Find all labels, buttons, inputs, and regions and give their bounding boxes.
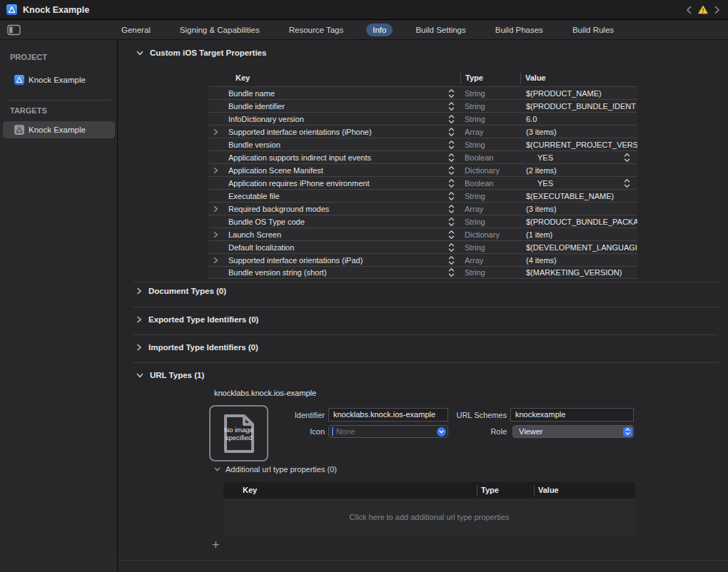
tab-resource-tags[interactable]: Resource Tags [283, 24, 350, 36]
key-stepper-icon[interactable] [448, 205, 455, 213]
property-value-cell[interactable]: $(PRODUCT_BUNDLE_IDENT [526, 100, 637, 112]
key-stepper-icon[interactable] [448, 153, 455, 162]
property-row[interactable]: Application Scene Manifest Dictionary (2… [208, 163, 637, 176]
key-stepper-icon[interactable] [448, 230, 455, 239]
property-key-cell[interactable]: Application supports indirect input even… [208, 153, 460, 162]
disclosure-chevron-icon[interactable] [213, 231, 218, 238]
disclosure-chevron-icon[interactable] [213, 128, 218, 135]
property-key-cell[interactable]: Bundle name [208, 89, 460, 98]
property-type-cell[interactable]: String [460, 268, 526, 277]
property-type-cell[interactable]: Dictionary [460, 166, 526, 175]
value-popup-stepper-icon[interactable] [624, 178, 630, 188]
property-value-cell[interactable]: $(PRODUCT_BUNDLE_PACKA [526, 215, 637, 228]
disclosure-chevron-icon[interactable] [213, 167, 218, 173]
property-type-cell[interactable]: String [460, 243, 526, 252]
property-type-cell[interactable]: String [460, 115, 526, 123]
property-row[interactable]: Bundle name String $(PRODUCT_NAME) [208, 86, 637, 99]
section-exported-type-identifiers[interactable]: Exported Type Identifiers (0) [136, 315, 258, 324]
section-url-types[interactable]: URL Types (1) [136, 371, 204, 379]
disclosure-chevron-icon[interactable] [213, 257, 218, 263]
sidebar-toggle-icon[interactable] [7, 24, 21, 36]
tab-info[interactable]: Info [366, 24, 393, 36]
property-key-cell[interactable]: Application Scene Manifest [208, 166, 460, 175]
property-value-cell[interactable]: YES [526, 151, 637, 163]
property-row[interactable]: Application requires iPhone environment … [208, 176, 637, 189]
property-key-cell[interactable]: Bundle version [208, 141, 460, 149]
tab-build-settings[interactable]: Build Settings [409, 24, 472, 36]
property-key-cell[interactable]: Supported interface orientations (iPad) [208, 256, 460, 265]
add-url-type-button[interactable]: + [212, 539, 220, 551]
tab-general[interactable]: General [115, 24, 157, 36]
property-key-cell[interactable]: Bundle version string (short) [208, 268, 460, 277]
key-stepper-icon[interactable] [448, 141, 455, 149]
property-value-cell[interactable]: (4 items) [526, 254, 637, 266]
key-stepper-icon[interactable] [448, 268, 455, 277]
key-stepper-icon[interactable] [448, 243, 455, 252]
property-type-cell[interactable]: String [460, 218, 526, 226]
property-row[interactable]: Executable file String $(EXECUTABLE_NAME… [208, 189, 637, 202]
property-type-cell[interactable]: String [460, 192, 526, 200]
tab-build-rules[interactable]: Build Rules [566, 24, 620, 36]
property-type-cell[interactable]: Dictionary [460, 230, 526, 239]
property-value-cell[interactable]: (1 item) [526, 228, 637, 240]
property-type-cell[interactable]: Boolean [460, 179, 526, 188]
property-key-cell[interactable]: Bundle identifier [208, 102, 460, 111]
property-value-cell[interactable]: 6.0 [526, 113, 637, 125]
sidebar-item-target-knock-example[interactable]: Knock Example [3, 121, 115, 138]
property-key-cell[interactable]: InfoDictionary version [208, 115, 460, 123]
property-key-cell[interactable]: Supported interface orientations (iPhone… [208, 128, 460, 136]
property-key-cell[interactable]: Bundle OS Type code [208, 218, 460, 226]
property-row[interactable]: Default localization String $(DEVELOPMEN… [208, 240, 637, 253]
add-additional-properties-placeholder[interactable]: Click here to add additional url type pr… [223, 499, 635, 536]
property-value-cell[interactable]: (2 items) [526, 164, 637, 176]
property-key-cell[interactable]: Executable file [208, 192, 460, 200]
property-value-cell[interactable]: (3 items) [526, 126, 637, 138]
property-type-cell[interactable]: String [460, 89, 526, 98]
property-row[interactable]: Bundle version string (short) String $(M… [208, 266, 637, 279]
property-row[interactable]: Supported interface orientations (iPhone… [208, 125, 637, 138]
forward-chevron-icon[interactable] [712, 4, 722, 16]
key-stepper-icon[interactable] [448, 256, 455, 265]
property-type-cell[interactable]: String [460, 141, 526, 149]
property-type-cell[interactable]: String [460, 102, 526, 111]
key-stepper-icon[interactable] [448, 218, 455, 226]
property-row[interactable]: InfoDictionary version String 6.0 [208, 112, 637, 125]
disclosure-chevron-icon[interactable] [213, 205, 218, 212]
tab-signing-capabilities[interactable]: Signing & Capabilities [173, 24, 266, 36]
tab-build-phases[interactable]: Build Phases [489, 24, 550, 36]
property-row[interactable]: Supported interface orientations (iPad) … [208, 253, 637, 266]
property-value-cell[interactable]: $(CURRENT_PROJECT_VERS [526, 138, 637, 150]
property-row[interactable]: Application supports indirect input even… [208, 150, 637, 163]
property-value-cell[interactable]: $(MARKETING_VERSION) [526, 267, 637, 278]
section-custom-ios-target-properties[interactable]: Custom iOS Target Properties [136, 48, 266, 57]
section-document-types[interactable]: Document Types (0) [136, 287, 226, 295]
key-stepper-icon[interactable] [448, 102, 455, 111]
additional-url-type-properties-header[interactable]: Additional url type properties (0) [214, 465, 337, 474]
value-popup-stepper-icon[interactable] [624, 153, 630, 162]
key-stepper-icon[interactable] [448, 166, 455, 175]
property-row[interactable]: Bundle version String $(CURRENT_PROJECT_… [208, 138, 637, 150]
property-value-cell[interactable]: (3 items) [526, 203, 637, 215]
property-type-cell[interactable]: Array [460, 128, 526, 136]
section-imported-type-identifiers[interactable]: Imported Type Identifiers (0) [136, 343, 258, 352]
property-key-cell[interactable]: Default localization [208, 243, 460, 252]
property-type-cell[interactable]: Boolean [460, 153, 526, 162]
role-popup-button[interactable]: Viewer [512, 425, 634, 438]
property-row[interactable]: Launch Screen Dictionary (1 item) [208, 228, 637, 240]
key-stepper-icon[interactable] [448, 179, 455, 188]
property-value-cell[interactable]: $(DEVELOPMENT_LANGUAGI [526, 241, 637, 253]
property-type-cell[interactable]: Array [460, 256, 526, 265]
property-value-cell[interactable]: $(PRODUCT_NAME) [526, 87, 637, 99]
property-row[interactable]: Bundle OS Type code String $(PRODUCT_BUN… [208, 215, 637, 228]
property-key-cell[interactable]: Application requires iPhone environment [208, 179, 460, 188]
key-stepper-icon[interactable] [448, 192, 455, 200]
property-value-cell[interactable]: YES [526, 177, 637, 189]
warning-triangle-icon[interactable] [698, 4, 708, 16]
property-value-cell[interactable]: $(EXECUTABLE_NAME) [526, 190, 637, 202]
url-schemes-field[interactable]: knockexample [510, 408, 634, 422]
sidebar-item-project-knock-example[interactable]: Knock Example [3, 71, 115, 88]
back-chevron-icon[interactable] [684, 4, 694, 16]
property-row[interactable]: Bundle identifier String $(PRODUCT_BUNDL… [208, 99, 637, 112]
property-type-cell[interactable]: Array [460, 205, 526, 213]
key-stepper-icon[interactable] [448, 128, 455, 136]
